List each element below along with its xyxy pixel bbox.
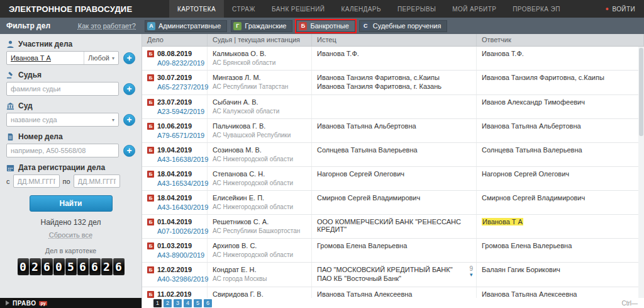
page-button[interactable]: 4 bbox=[184, 299, 192, 307]
counter-digit: 5 bbox=[65, 258, 77, 275]
nav-item[interactable]: КАРТОТЕКА bbox=[169, 0, 224, 18]
add-judge-button[interactable]: + bbox=[123, 83, 135, 95]
filter-bar: Фильтр дел Как это работает? ААдминистра… bbox=[0, 18, 644, 34]
case-date-line: Б18.04.2019 bbox=[147, 194, 202, 202]
case-type-icon: Б bbox=[299, 22, 307, 30]
table-row: Б11.02.2019А43-…/2019Свиридова Г. В.АС Н… bbox=[142, 287, 644, 298]
case-number-label: Номер дела bbox=[18, 132, 63, 141]
judge-name: Кондрат Е. Н. bbox=[213, 266, 306, 273]
vertical-scrollbar[interactable] bbox=[638, 47, 644, 298]
judge-input[interactable] bbox=[6, 82, 119, 96]
date-to-input[interactable] bbox=[74, 174, 120, 188]
login-label: ВОЙТИ bbox=[612, 6, 635, 13]
footer-bar: ПРАВО ру bbox=[0, 298, 142, 308]
header-plaintiff: Истец bbox=[312, 34, 477, 46]
case-number-link[interactable]: А40-32986/2019 bbox=[157, 275, 202, 283]
reset-all-link[interactable]: Сбросить все bbox=[6, 231, 135, 239]
court-name: АС Чувашской Республики bbox=[213, 132, 306, 139]
case-number-link[interactable]: А43-16534/2019 bbox=[157, 180, 202, 187]
plaintiff-cell: Иванова Татьяна Алексеевна bbox=[312, 287, 477, 298]
table-row: Б19.04.2019А43-16638/2019Созинова М. В.А… bbox=[142, 143, 644, 167]
case-date-line: Б01.03.2019 bbox=[147, 242, 202, 249]
case-number-link[interactable]: А43-16638/2019 bbox=[157, 156, 202, 163]
case-number-link[interactable]: А43-8900/2019 bbox=[157, 251, 202, 259]
case-cell: Б11.02.2019А43-…/2019 bbox=[142, 287, 208, 298]
header-defendant: Ответчик bbox=[477, 34, 644, 46]
search-button[interactable]: Найти bbox=[30, 195, 113, 212]
bankruptcy-icon: Б bbox=[147, 242, 154, 249]
left-column: Участник дела Любой ▾ + bbox=[0, 34, 142, 308]
case-cell: Б18.04.2019А43-16430/2019 bbox=[142, 191, 208, 214]
participant-field: Любой ▾ bbox=[6, 51, 119, 65]
reg-date-label-row: Дата регистрации дела bbox=[6, 163, 135, 172]
judge-cell: Сыбачин А. В.АС Калужской области bbox=[208, 95, 312, 118]
participant-input[interactable] bbox=[7, 54, 84, 62]
case-date: 11.02.2019 bbox=[157, 290, 191, 298]
court-name: АС Республики Татарстан bbox=[213, 83, 306, 90]
table-row: Б23.07.2019А23-5942/2019Сыбачин А. В.АС … bbox=[142, 95, 644, 119]
participant-role-select[interactable]: Любой ▾ bbox=[84, 52, 118, 64]
judge-name: Мингазов Л. М. bbox=[213, 74, 306, 81]
plaintiff-cell: ПАО "МОСКОВСКИЙ КРЕДИТНЫЙ БАНК"ПАО КБ "В… bbox=[312, 263, 477, 287]
judge-name: Архипов В. С. bbox=[213, 242, 306, 249]
case-type-icon: Г bbox=[233, 22, 242, 30]
case-cell: Б23.07.2019А23-5942/2019 bbox=[142, 95, 208, 118]
plaintiff-name: Нагорнов Сергей Олегович bbox=[317, 170, 471, 178]
scrollbar-thumb[interactable] bbox=[639, 48, 643, 136]
case-number-link[interactable]: А79-6571/2019 bbox=[157, 132, 202, 139]
case-number-link[interactable]: А23-5942/2019 bbox=[157, 108, 202, 115]
counter-digit: 6 bbox=[113, 258, 125, 275]
page-button[interactable]: 6 bbox=[204, 299, 212, 307]
bankruptcy-icon: Б bbox=[147, 147, 154, 154]
judge-cell: Елисейкин Е. П.АС Нижегородской области bbox=[208, 191, 312, 214]
nav-item[interactable]: БАНК РЕШЕНИЙ bbox=[264, 0, 333, 18]
defendant-cell: Иванова Т.Ф. bbox=[477, 47, 644, 70]
expand-chevron-icon[interactable]: ▾ bbox=[469, 272, 473, 277]
nav-item[interactable]: ПРОВЕРКА ЭП bbox=[504, 0, 568, 18]
tab-case-type[interactable]: ГГражданские bbox=[231, 20, 292, 32]
top-nav: КАРТОТЕКАСТРАЖБАНК РЕШЕНИЙКАЛЕНДАРЬПЕРЕР… bbox=[141, 0, 596, 18]
bankruptcy-icon: Б bbox=[147, 171, 154, 178]
filter-bar-left: Фильтр дел Как это работает? bbox=[0, 21, 142, 30]
judge-label: Судья bbox=[18, 71, 42, 79]
table-row: Б01.04.2019А07-10026/2019Решетников С. А… bbox=[142, 215, 644, 239]
nav-item[interactable]: ПЕРЕРЫВЫ bbox=[389, 0, 444, 18]
add-participant-button[interactable]: + bbox=[123, 52, 135, 64]
nav-item[interactable]: КАЛЕНДАРЬ bbox=[333, 0, 389, 18]
login-button[interactable]: ● ВОЙТИ bbox=[597, 6, 644, 13]
case-cell: Б18.04.2019А43-16534/2019 bbox=[142, 167, 208, 190]
court-label: Суд bbox=[18, 101, 33, 110]
tab-case-type[interactable]: ССудебные поручения bbox=[359, 20, 448, 32]
date-from-input[interactable] bbox=[13, 174, 60, 188]
filter-title: Фильтр дел bbox=[6, 21, 50, 30]
case-date: 12.02.2019 bbox=[157, 266, 192, 273]
pravo-logo[interactable]: ПРАВО bbox=[13, 300, 36, 307]
plaintiff-name: Смирнов Сергей Владимирович bbox=[317, 194, 471, 202]
judge-cell: Свиридова Г. В.АС Нижегородской области bbox=[208, 287, 312, 298]
case-number-link[interactable]: А65-22737/2019 bbox=[157, 83, 202, 91]
judge-cell: Пальчикова Г. В.АС Чувашской Республики bbox=[208, 119, 312, 142]
court-select[interactable]: название суда ▾ bbox=[6, 113, 119, 127]
page-button[interactable]: 1 bbox=[153, 299, 162, 307]
add-case-number-button[interactable]: + bbox=[123, 145, 135, 157]
how-it-works-link[interactable]: Как это работает? bbox=[78, 22, 136, 30]
page-button[interactable]: 3 bbox=[174, 299, 182, 307]
defendant-cell: Громова Елена Валерьевна bbox=[477, 239, 644, 262]
case-number-link[interactable]: А07-10026/2019 bbox=[157, 227, 202, 235]
case-date-line: Б11.02.2019 bbox=[147, 290, 202, 298]
page-button[interactable]: 5 bbox=[194, 299, 202, 307]
tab-case-type[interactable]: ББанкротные bbox=[296, 20, 355, 32]
add-court-button[interactable]: + bbox=[123, 114, 135, 126]
case-number-link[interactable]: А09-8232/2019 bbox=[157, 59, 202, 67]
defendant-name: Громова Елена Валерьевна bbox=[482, 242, 638, 249]
case-number-link[interactable]: А43-16430/2019 bbox=[157, 203, 202, 211]
plaintiff-cell: Нагорнов Сергей Олегович bbox=[312, 167, 477, 190]
nav-item[interactable]: СТРАЖ bbox=[224, 0, 264, 18]
case-number-input[interactable] bbox=[6, 144, 119, 157]
case-date-line: Б08.08.2019 bbox=[147, 50, 202, 57]
page-button[interactable]: 2 bbox=[164, 299, 172, 307]
plaintiff-name: Иванова Танзиля Фаритовна, г. Казань bbox=[317, 83, 471, 90]
tab-case-type[interactable]: ААдминистративные bbox=[145, 20, 227, 32]
judge-icon bbox=[6, 71, 14, 79]
nav-item[interactable]: МОЙ АРБИТР bbox=[444, 0, 504, 18]
